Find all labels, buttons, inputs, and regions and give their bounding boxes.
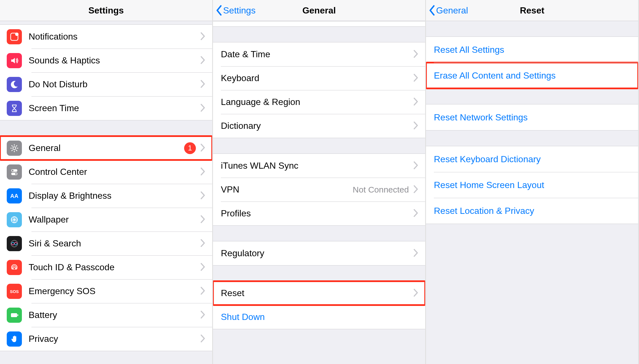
row-vpn[interactable]: VPNNot Connected (213, 178, 425, 202)
reset-content: Reset All SettingsErase All Content and … (426, 21, 638, 364)
general-panel: Settings General Date & TimeKeyboardLang… (213, 0, 426, 364)
row-resethome[interactable]: Reset Home Screen Layout (426, 172, 638, 198)
row-general[interactable]: General1 (0, 136, 212, 160)
row-label: Notifications (29, 31, 200, 42)
hourglass-icon (7, 101, 22, 116)
reset-panel: General Reset Reset All SettingsErase Al… (426, 0, 639, 364)
general-group-1: Date & TimeKeyboardLanguage & RegionDict… (213, 42, 425, 138)
row-wallpaper[interactable]: Wallpaper (0, 208, 212, 232)
chevron-right-icon (200, 80, 205, 89)
row-label: Reset Home Screen Layout (434, 180, 631, 190)
settings-group-1: NotificationsSounds & HapticsDo Not Dist… (0, 24, 212, 120)
chevron-right-icon (200, 334, 205, 344)
switches-icon (7, 164, 22, 180)
row-label: Shut Down (221, 312, 418, 322)
chevron-right-icon (413, 209, 418, 218)
chevron-left-icon (216, 5, 222, 16)
battery-icon (7, 308, 22, 323)
row-resetall[interactable]: Reset All Settings (426, 37, 638, 63)
row-dnd[interactable]: Do Not Disturb (0, 72, 212, 96)
sounds-icon (7, 53, 22, 68)
general-content: Date & TimeKeyboardLanguage & RegionDict… (213, 21, 425, 364)
row-label: Siri & Search (29, 238, 200, 249)
row-notifications[interactable]: Notifications (0, 25, 212, 49)
navbar-settings: Settings (0, 0, 212, 21)
row-label: Reset Keyboard Dictionary (434, 154, 631, 164)
row-sounds[interactable]: Sounds & Haptics (0, 49, 212, 72)
chevron-right-icon (413, 74, 418, 83)
row-profiles[interactable]: Profiles (213, 202, 425, 225)
row-controlcenter[interactable]: Control Center (0, 160, 212, 184)
chevron-right-icon (413, 249, 418, 258)
row-label: Emergency SOS (29, 286, 200, 296)
notifications-icon (7, 29, 22, 44)
row-label: iTunes WLAN Sync (221, 161, 413, 171)
navbar-reset: General Reset (426, 0, 638, 21)
row-label: Keyboard (221, 73, 413, 83)
general-group-4: ResetShut Down (213, 281, 425, 329)
row-label: VPN (221, 184, 353, 195)
row-label: Wallpaper (29, 214, 200, 225)
row-label: Reset All Settings (434, 45, 631, 55)
row-label: Screen Time (29, 103, 200, 113)
row-language[interactable]: Language & Region (213, 90, 425, 114)
navbar-general: Settings General (213, 0, 425, 21)
text-size-icon (7, 188, 22, 203)
back-button[interactable]: General (429, 5, 468, 16)
row-label: Regulatory (221, 248, 413, 258)
row-dictionary[interactable]: Dictionary (213, 114, 425, 138)
page-title: Settings (0, 5, 212, 16)
fingerprint-icon (7, 260, 22, 275)
row-resetkeyboard[interactable]: Reset Keyboard Dictionary (426, 146, 638, 172)
wallpaper-icon (7, 212, 22, 227)
general-group-3: Regulatory (213, 241, 425, 265)
chevron-right-icon (200, 310, 205, 320)
row-label: Reset Network Settings (434, 112, 631, 123)
chevron-right-icon (200, 191, 205, 201)
settings-group-2: General1Control CenterDisplay & Brightne… (0, 136, 212, 351)
row-screentime[interactable]: Screen Time (0, 96, 212, 120)
row-label: Sounds & Haptics (29, 55, 200, 66)
row-datetime[interactable]: Date & Time (213, 42, 425, 66)
row-label: Dictionary (221, 121, 413, 131)
back-label: Settings (223, 5, 256, 16)
row-label: Battery (29, 310, 200, 320)
badge: 1 (184, 142, 196, 154)
row-siri[interactable]: Siri & Search (0, 232, 212, 255)
chevron-right-icon (200, 104, 205, 113)
chevron-right-icon (413, 185, 418, 194)
chevron-right-icon (200, 239, 205, 248)
back-button[interactable]: Settings (216, 5, 256, 16)
moon-icon (7, 77, 22, 92)
row-battery[interactable]: Battery (0, 303, 212, 327)
row-touchid[interactable]: Touch ID & Passcode (0, 255, 212, 279)
row-keyboard[interactable]: Keyboard (213, 66, 425, 90)
row-regulatory[interactable]: Regulatory (213, 241, 425, 265)
chevron-right-icon (200, 56, 205, 65)
row-shutdown[interactable]: Shut Down (213, 305, 425, 329)
row-resetlocation[interactable]: Reset Location & Privacy (426, 198, 638, 224)
chevron-right-icon (413, 289, 418, 298)
chevron-right-icon (200, 143, 205, 153)
row-label: Language & Region (221, 97, 413, 107)
sos-icon (7, 284, 22, 299)
row-label: Display & Brightness (29, 191, 200, 201)
row-itunessync[interactable]: iTunes WLAN Sync (213, 154, 425, 178)
row-sos[interactable]: Emergency SOS (0, 279, 212, 303)
row-label: Control Center (29, 167, 200, 177)
row-eraseall[interactable]: Erase All Content and Settings (426, 63, 638, 88)
hand-icon (7, 331, 22, 347)
row-label: Privacy (29, 334, 200, 344)
chevron-right-icon (200, 263, 205, 272)
row-privacy[interactable]: Privacy (0, 327, 212, 351)
row-display[interactable]: Display & Brightness (0, 184, 212, 208)
reset-group-2: Reset Network Settings (426, 104, 638, 131)
row-label: Profiles (221, 208, 413, 219)
row-label: Reset (221, 288, 413, 298)
row-resetnetwork[interactable]: Reset Network Settings (426, 104, 638, 130)
row-reset[interactable]: Reset (213, 281, 425, 305)
siri-icon (7, 236, 22, 251)
row-label: General (29, 143, 184, 153)
chevron-right-icon (200, 215, 205, 225)
back-label: General (436, 5, 468, 16)
